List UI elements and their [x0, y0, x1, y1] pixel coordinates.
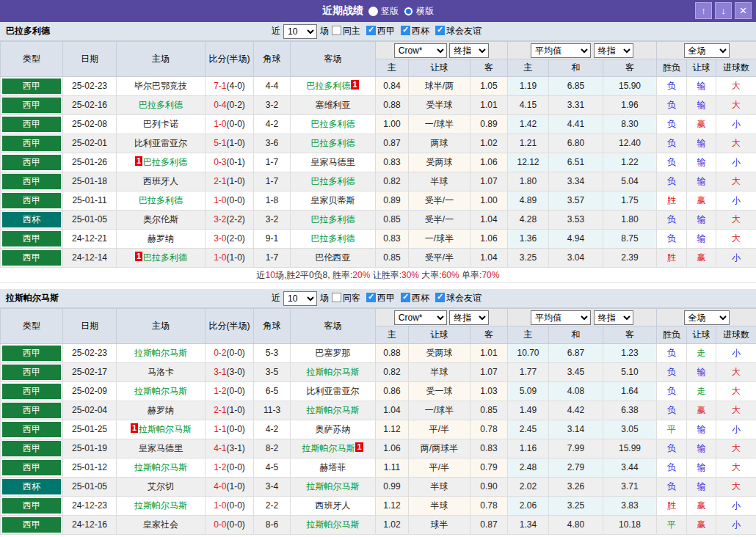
away-team-name[interactable]: 巴拉多利德: [311, 233, 355, 244]
away-team-name[interactable]: 巴拉多利德: [311, 214, 355, 224]
close-button[interactable]: ✕: [735, 2, 752, 19]
away-team-name[interactable]: 巴伦西亚: [316, 252, 351, 263]
cell-avg-away: 8.30: [603, 115, 657, 134]
cell-date: 25-02-16: [63, 96, 117, 115]
cell-away-team: 拉斯帕尔马斯: [291, 478, 376, 497]
home-team-name[interactable]: 赫罗纳: [148, 405, 174, 415]
cell-corners: 8-2: [254, 439, 291, 459]
friendly-checkbox[interactable]: [435, 293, 445, 302]
same-venue-checkbox[interactable]: [332, 293, 341, 302]
home-team-name[interactable]: 西班牙人: [143, 176, 178, 186]
friendly-checkbox[interactable]: [435, 26, 445, 35]
radio-horizontal-layout[interactable]: 横版: [404, 5, 434, 18]
average-stage-select[interactable]: 终指: [594, 310, 633, 325]
cell-goals-result: 大: [716, 77, 756, 96]
cell-goals-result: 小: [716, 115, 756, 134]
result-text: 输: [697, 233, 706, 244]
home-team-name[interactable]: 巴拉多利德: [143, 157, 187, 167]
home-team-name[interactable]: 拉斯帕尔马斯: [134, 386, 187, 396]
home-team-name[interactable]: 奥尔伦斯: [143, 214, 178, 224]
odds-company-select[interactable]: Crow*: [394, 43, 447, 58]
radio-icon[interactable]: [368, 7, 378, 16]
cell-home-team: 赫罗纳: [117, 230, 206, 249]
scroll-up-button[interactable]: ↑: [695, 2, 712, 19]
match-row: 西甲24-12-23拉斯帕尔马斯1-0(0-0)2-2西班牙人1.12半球0.7…: [1, 497, 756, 516]
match-scope-select[interactable]: 全场: [684, 43, 730, 58]
home-team-name[interactable]: 毕尔巴鄂竞技: [134, 81, 187, 91]
home-team-name[interactable]: 巴列卡诺: [143, 119, 178, 129]
league-checkbox[interactable]: [366, 293, 376, 302]
halftime-score: (2-2): [227, 214, 245, 224]
checkbox-friendly[interactable]: 球会友谊: [435, 292, 481, 304]
away-team-name[interactable]: 比利亚雷亚尔: [307, 386, 360, 396]
average-source-select[interactable]: 平均值: [531, 310, 591, 325]
odds-stage-select[interactable]: 终指: [449, 310, 489, 325]
home-team-name[interactable]: 比利亚雷亚尔: [134, 138, 187, 148]
odds-stage-select[interactable]: 终指: [449, 43, 489, 58]
away-team-name[interactable]: 皇家贝蒂斯: [311, 195, 355, 205]
away-team-name[interactable]: 巴拉多利德: [311, 119, 355, 129]
home-team-name[interactable]: 皇家社会: [143, 519, 178, 530]
away-team-name[interactable]: 皇家马德里: [311, 157, 355, 167]
checkbox-league[interactable]: 西甲: [366, 25, 395, 37]
checkbox-same-venue[interactable]: 同客: [332, 292, 360, 304]
away-team-name[interactable]: 拉斯帕尔马斯: [307, 519, 360, 530]
checkbox-league[interactable]: 西甲: [366, 292, 395, 304]
cell-competition: 西甲: [1, 459, 63, 478]
scroll-down-button[interactable]: ↓: [715, 2, 732, 19]
home-team-name[interactable]: 巴拉多利德: [139, 195, 183, 205]
competition-tag: 西甲: [2, 117, 61, 132]
checkbox-same-venue[interactable]: 同主: [332, 25, 360, 37]
cell-competition: 西甲: [1, 249, 63, 268]
odds-company-select[interactable]: Crow*: [394, 310, 447, 325]
checkbox-friendly[interactable]: 球会友谊: [435, 25, 481, 37]
cell-result: 负: [657, 382, 687, 401]
average-source-select[interactable]: 平均值: [531, 43, 591, 58]
competition-tag: 西甲: [2, 231, 61, 246]
away-team-name[interactable]: 巴拉多利德: [311, 138, 355, 148]
home-team-name[interactable]: 艾尔切: [148, 481, 174, 492]
away-team-name[interactable]: 巴拉多利德: [311, 176, 355, 186]
cell-avg-home: 12.12: [508, 153, 549, 172]
league-checkbox[interactable]: [366, 26, 376, 35]
home-team-name[interactable]: 拉斯帕尔马斯: [134, 500, 187, 511]
cell-competition: 西甲: [1, 115, 63, 134]
home-team-name[interactable]: 皇家马德里: [139, 443, 183, 453]
competition-tag: 西杯: [2, 479, 61, 494]
checkbox-cup[interactable]: 西杯: [401, 292, 429, 304]
average-stage-select[interactable]: 终指: [594, 43, 633, 58]
cell-avg-draw: 6.87: [549, 344, 603, 363]
recent-count-select[interactable]: 10: [283, 24, 317, 39]
home-team-name[interactable]: 巴拉多利德: [143, 252, 187, 263]
home-team-name[interactable]: 拉斯帕尔马斯: [134, 462, 187, 472]
away-team-name[interactable]: 奥萨苏纳: [316, 424, 351, 434]
home-team-name[interactable]: 拉斯帕尔马斯: [139, 424, 192, 434]
recent-count-select[interactable]: 10: [283, 291, 317, 306]
checkbox-cup[interactable]: 西杯: [401, 25, 429, 37]
home-team-name[interactable]: 赫罗纳: [148, 233, 174, 244]
away-team-name[interactable]: 拉斯帕尔马斯: [307, 367, 360, 377]
match-scope-select[interactable]: 全场: [684, 310, 730, 325]
cell-result: 负: [657, 134, 687, 153]
home-team-name[interactable]: 拉斯帕尔马斯: [134, 348, 187, 358]
cell-result: 负: [657, 401, 687, 420]
radio-vertical-label: 竖版: [381, 5, 399, 18]
away-team-name[interactable]: 拉斯帕尔马斯: [302, 443, 355, 453]
cell-score: 3-2(2-2): [206, 211, 254, 230]
radio-checked-icon[interactable]: [404, 7, 413, 16]
away-team-name[interactable]: 赫塔菲: [320, 462, 346, 472]
cup-checkbox[interactable]: [401, 26, 410, 35]
home-team-name[interactable]: 巴拉多利德: [139, 100, 183, 110]
col-corner: 角球: [254, 42, 291, 77]
away-team-name[interactable]: 拉斯帕尔马斯: [307, 481, 360, 492]
cell-away-team: 巴拉多利德: [291, 134, 376, 153]
home-team-name[interactable]: 马洛卡: [148, 367, 174, 377]
radio-vertical-layout[interactable]: 竖版: [368, 5, 399, 18]
cup-checkbox[interactable]: [401, 293, 410, 302]
same-venue-checkbox[interactable]: [332, 26, 341, 35]
away-team-name[interactable]: 塞维利亚: [316, 100, 351, 110]
away-team-name[interactable]: 拉斯帕尔马斯: [307, 405, 360, 415]
away-team-name[interactable]: 巴拉多利德: [306, 81, 350, 91]
away-team-name[interactable]: 巴塞罗那: [316, 348, 351, 358]
away-team-name[interactable]: 西班牙人: [316, 500, 351, 511]
